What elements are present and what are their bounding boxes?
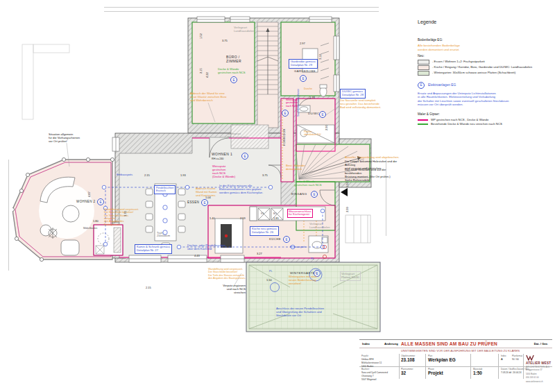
dimension: 2.90 bbox=[325, 125, 328, 130]
date-value: 7.03.24 dd bbox=[501, 371, 511, 374]
plan-sheet: WOHNEN 1 RH ca.240 E WOHNEN 2 E ESSEN E … bbox=[0, 0, 555, 392]
tile-swatch bbox=[418, 71, 429, 76]
legend-electro-heading: Elektroanlagen EG bbox=[428, 83, 456, 87]
room-sublabel-wohnen1: RH ca.240 bbox=[212, 157, 223, 160]
note-wandoeffnung: Wandöffnung wird vergrössert. Der Sturz … bbox=[104, 208, 139, 226]
pendant-light-label: PL bbox=[311, 257, 314, 260]
legend-neu-label: Neu: bbox=[418, 54, 554, 58]
dimension: 3.12 bbox=[318, 54, 322, 60]
dimension: 1.40 bbox=[210, 216, 215, 220]
note-gelaender-montage: Das neue Geländer wird auf der bestehend… bbox=[345, 169, 400, 182]
flooring-note: Verlegeart Landhausdielen bbox=[234, 26, 255, 33]
dimension: 1.50 bbox=[345, 182, 349, 187]
room-label-kueche: KÜCHE bbox=[269, 237, 281, 241]
note-glastuer: Abbruch der Wand für eine neue Glastür z… bbox=[190, 92, 226, 103]
dimension: 1.50 bbox=[266, 278, 272, 282]
maler-label: Bestehende Decke & Wände neu streichen n… bbox=[431, 123, 502, 126]
dim-chain-line bbox=[104, 11, 379, 12]
room-label-garderobe: GARDEROBE bbox=[294, 69, 316, 73]
note-kueche-elektro: In der Küche müssen alle Elektroinstalla… bbox=[219, 185, 263, 195]
plan-name-value: Werkplan EG bbox=[428, 357, 456, 362]
note-decke-waende: Decke & Wände gestrichen nach NCS bbox=[218, 68, 246, 75]
dimension: 4.43 bbox=[194, 254, 200, 257]
legend-swatch-row: - Wintergarten: 30x30cm schwarz-weisse P… bbox=[418, 71, 554, 76]
note-einbauspots: Einbauspots bbox=[117, 173, 133, 177]
detail-ref-garderobe: Garderobe gemäss Detailplan Nr. 29 bbox=[289, 59, 318, 69]
dimension: 1.04 bbox=[205, 196, 211, 199]
dimension: 1.80 bbox=[93, 219, 99, 223]
electro-marker: E bbox=[418, 82, 425, 89]
legend-maler-heading: Maler & Gipser: bbox=[418, 112, 554, 116]
legend-swatch-row: - Essen / Wohnen 1+2: Fischgratparkett bbox=[418, 60, 554, 65]
parquet-swatch bbox=[418, 60, 429, 65]
note-kochfeld-leuchten: Decken- oder Pendelleuchten über dem Koc… bbox=[187, 244, 225, 251]
firm-address: Bruggerstrasse 37 5400 Baden 056 203 01 … bbox=[526, 368, 543, 383]
note-weissputz-duwc: Weissputz gestrichen nach NCS bbox=[286, 99, 298, 108]
dimension: 2.15 bbox=[144, 173, 150, 177]
date-label: Datum / Gez. bbox=[501, 368, 513, 370]
legend-maler-row: Bestehende Decke & Wände neu streichen n… bbox=[418, 123, 554, 126]
swatch-label: - Wintergarten: 30x30cm schwarz-weisse P… bbox=[432, 71, 515, 75]
scale-cell: Massstab 1:50 bbox=[473, 368, 482, 375]
note-platten-du: Platten überkleben DU bbox=[304, 130, 321, 137]
pendant-light-label: PL bbox=[269, 270, 272, 273]
dimension: 1.73 bbox=[309, 96, 315, 99]
dimension: 1.85 bbox=[273, 216, 279, 220]
plan-number-value: 32 bbox=[401, 370, 406, 375]
note-decke-waende: Decke & Wände gestrichen nach NCS bbox=[294, 180, 322, 187]
legend-electro-row: E Elektroanlagen EG bbox=[418, 82, 554, 89]
swatch-label: - Küche / Eingang / Korridor, Büro, Gard… bbox=[432, 66, 532, 69]
legend: Legende Bodenbeläge EG: Alle bestehenden… bbox=[418, 19, 554, 126]
electro-marker: E bbox=[311, 191, 318, 198]
note-einbauspots: Einbauspots bbox=[290, 246, 306, 249]
room-label-buero: BÜRO / ZIMMER bbox=[226, 56, 241, 64]
dimension: 2.15 bbox=[146, 286, 151, 289]
firm-name: ATELIER WEST bbox=[526, 361, 551, 365]
index-cell: Index A bbox=[501, 355, 506, 361]
legend-maler-row: WP gestrichen nach NCS , Decke & Wände bbox=[418, 119, 554, 122]
note-verputz: Verputz ergänzen und nach NCS streichen bbox=[208, 284, 246, 295]
note-pendel-anschluss: Anschluss der neuen Pendelleuchten und Ü… bbox=[276, 307, 324, 318]
kamin-schrank bbox=[94, 225, 123, 255]
format-cell: Planformat 90 / 60 bbox=[512, 355, 522, 361]
note-bodenheizung: Wintergarten mit einer neuen Bodenheizun… bbox=[289, 275, 317, 286]
plank-swatch bbox=[418, 65, 429, 70]
date-column-label: Dat. / Gez. bbox=[534, 342, 548, 346]
atelier-west-logo-icon bbox=[526, 355, 534, 361]
discrepancy-warning: UNSTIMMIGKEITEN SIND VOR DER AUSFÜHRUNG … bbox=[401, 349, 520, 352]
electro-marker: E bbox=[319, 111, 326, 118]
note-dusche: Dusche bbox=[304, 87, 312, 90]
plan-number-cell: Plannummer 32 bbox=[401, 368, 413, 375]
dimension: 4.87 bbox=[87, 191, 91, 197]
date-cell: Datum / Gez. 7.03.24 dd bbox=[501, 368, 513, 374]
format-value: 90 / 60 bbox=[512, 358, 519, 361]
note-nasszelle: Die Nasszelle wird komplett neu gestalte… bbox=[340, 99, 381, 110]
title-block: Index Änderung ALLE MASSEN SIND AM BAU Z… bbox=[359, 339, 552, 380]
note-weissputz-wohnen: Weissputz gestrichen nach NCS (Decke & W… bbox=[212, 165, 235, 179]
index-column-label: Index bbox=[362, 342, 370, 346]
phase-cell: Phase Projekt bbox=[428, 368, 443, 375]
client-value: Sara und Cyrill Camenzind Olivenweg 7 55… bbox=[361, 371, 388, 381]
room-label-duwc: DU/WC bbox=[308, 112, 320, 115]
dimension: 4.22 bbox=[205, 72, 209, 78]
object-number-cell: Objektnummer 23.108 bbox=[401, 355, 415, 362]
electro-marker: E bbox=[282, 110, 289, 117]
wp-color-bar bbox=[418, 119, 428, 121]
floor-plan-drawing bbox=[12, 15, 395, 336]
note-pendelleuchten-esstisch: Pendelleuchten Esstisch bbox=[154, 185, 176, 194]
legend-electro-note: Ersatz und Anpassungen der Unterputz Lic… bbox=[418, 92, 554, 107]
phase-value: Projekt bbox=[428, 370, 443, 375]
electro-marker: E bbox=[300, 75, 307, 82]
dim-chain-line bbox=[104, 7, 379, 8]
project-value: Umbau EFH Mühlackerstrasse 11 5400 Baden bbox=[361, 358, 382, 368]
dimension: 3.70 bbox=[123, 211, 127, 216]
legend-floor-heading: Bodenbeläge EG: bbox=[418, 38, 554, 42]
legend-title: Legende bbox=[418, 19, 554, 24]
dimension: 3.75 bbox=[222, 39, 228, 42]
room-label-eingang: EINGANG bbox=[291, 192, 307, 196]
legend-floor-note: Alle bestehenden Bodenbeläge werden demo… bbox=[418, 44, 554, 51]
appliance-label-ks: KS bbox=[261, 212, 264, 215]
room-label-korridor: KORRIDOR bbox=[283, 128, 287, 146]
object-number-value: 23.108 bbox=[401, 357, 415, 362]
plan-name-cell: Plan Werkplan EG bbox=[428, 355, 456, 362]
